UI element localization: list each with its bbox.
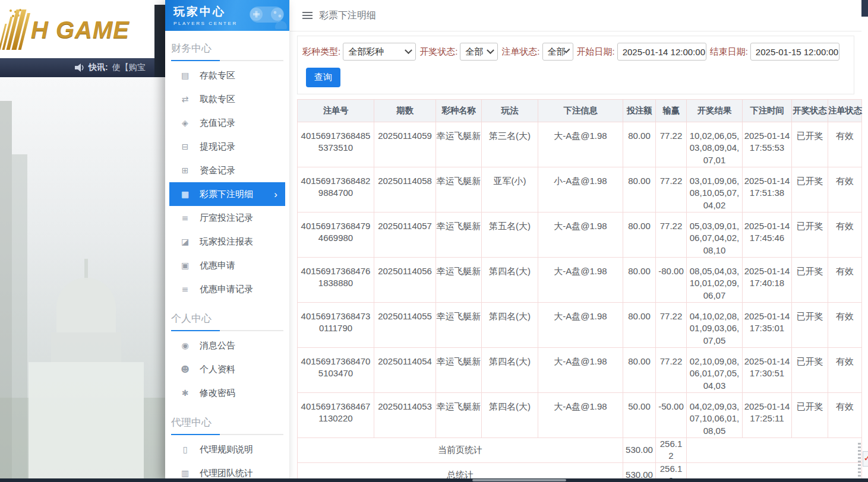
cell: 401569173684855373510 (298, 122, 374, 167)
cell: 大-A盘@1.98 (538, 348, 623, 393)
sidebar-item-label: 彩票下注明细 (200, 189, 253, 200)
cell: 77.22 (656, 122, 687, 167)
draw-status-select[interactable]: 全部 (460, 43, 498, 61)
cell: 04,10,02,08,01,09,03,06,07,05 (687, 303, 743, 348)
cell: 幸运飞艇新 (436, 167, 482, 213)
bell-icon: ◉ (180, 341, 190, 350)
sidebar-item-recharge-record[interactable]: ◈充值记录 (165, 111, 289, 135)
sidebar-item-lottery-bet-detail[interactable]: ▦彩票下注明细› (169, 182, 285, 206)
cell: 77.22 (656, 303, 687, 348)
sidebar-item-profile[interactable]: ☻个人资料 (165, 357, 289, 381)
cell: 80.00 (623, 258, 656, 303)
underlying-dark-strip (154, 5, 165, 77)
sidebar-item-withdraw-record[interactable]: ⊟提现记录 (165, 135, 289, 158)
lottery-type-select[interactable]: 全部彩种 (343, 43, 416, 61)
cell: 08,05,04,03,10,01,02,09,06,07 (687, 258, 743, 303)
sidebar-item-agent-rules[interactable]: ▯代理规则说明 (165, 437, 289, 461)
cell: 20250114055 (374, 303, 436, 348)
order-status-select[interactable]: 全部 (542, 43, 573, 61)
column-header: 输赢 (656, 100, 687, 122)
sidebar-item-label: 优惠申请 (200, 260, 235, 271)
cell: 大-A盘@1.98 (538, 393, 623, 438)
cell: 2025-01-14 17:55:53 (743, 122, 792, 167)
site-logo: H GAME (4, 8, 130, 51)
sidebar-item-withdraw-zone[interactable]: ⇄取款专区 (165, 87, 289, 111)
section-title: 个人中心 (171, 312, 289, 325)
cell: 401569173684761838880 (298, 258, 374, 303)
end-date-input[interactable]: 2025-01-15 12:00:00 (750, 43, 839, 61)
table-row: 40156917368479466998020250114057幸运飞艇新第五名… (298, 213, 862, 258)
column-header: 开奖状态 (792, 100, 828, 122)
cell: 已开奖 (792, 348, 828, 393)
search-button[interactable]: 查询 (306, 68, 340, 87)
table-row: 40156917368473011179020250114055幸运飞艇新第四名… (298, 303, 862, 348)
table-row: 40156917368467113022020250114053幸运飞艇新第四名… (298, 393, 862, 438)
person-icon: ☻ (180, 364, 190, 374)
section-divider (171, 330, 283, 331)
chevron-down-icon (405, 46, 412, 54)
sidebar-header: 玩家中心 PLAYERS CENTER (165, 0, 289, 31)
cell: 80.00 (623, 167, 656, 213)
filter-value: 2025-01-14 12:00:00 (623, 47, 705, 57)
menu-icon[interactable] (302, 12, 313, 19)
sidebar-item-label: 提现记录 (200, 141, 235, 153)
horizontal-scrollbar-thumb[interactable] (472, 479, 566, 481)
column-header: 开奖结果 (687, 100, 743, 122)
sidebar-item-player-bet-report[interactable]: ◪玩家投注报表 (165, 230, 289, 253)
cell: 10,02,06,05,03,08,09,04,07,01 (687, 122, 743, 167)
site-header-background: H GAME (0, 0, 165, 58)
cell: -80.00 (656, 258, 687, 303)
cell: 20250114056 (374, 258, 436, 303)
sidebar-item-hall-bet-record[interactable]: ≡厅室投注记录 (165, 206, 289, 230)
cell: 77.22 (656, 348, 687, 393)
filter-label-lottery-type: 彩种类型: (302, 46, 340, 58)
resize-handle-dots[interactable] (858, 443, 861, 477)
cell: 77.22 (656, 167, 687, 213)
withdraw-icon: ⇄ (180, 94, 190, 104)
section-divider (171, 60, 283, 61)
cell: 小-A盘@1.98 (538, 167, 623, 213)
background-city-image (0, 77, 165, 478)
check-icon[interactable]: ✓ (863, 451, 868, 467)
table-row: 40156917368485537351020250114059幸运飞艇新第三名… (298, 122, 862, 167)
sidebar-item-label: 个人资料 (200, 364, 235, 375)
capitol-base (29, 362, 144, 478)
cell: 05,03,09,01,06,07,04,02,08,10 (687, 213, 743, 258)
column-header: 期数 (374, 100, 436, 122)
cell: 401569173684705103470 (298, 348, 374, 393)
cell: 有效 (828, 213, 862, 258)
sidebar-item-notice[interactable]: ◉消息公告 (165, 334, 289, 357)
capitol-dome (56, 278, 116, 337)
cell: 2025-01-14 17:25:11 (743, 393, 792, 438)
document-icon: ▯ (180, 445, 190, 454)
sidebar-item-change-password[interactable]: ✱修改密码 (165, 381, 289, 405)
cell: 大-A盘@1.98 (538, 213, 623, 258)
filter-value: 2025-01-15 12:00:00 (756, 47, 838, 57)
chevron-right-icon: › (274, 189, 277, 199)
cell: 第五名(大) (482, 213, 538, 258)
cell: 80.00 (623, 122, 656, 167)
summary-label: 当前页统计 (298, 438, 623, 463)
sidebar-item-funds-record[interactable]: ⊞资金记录 (165, 158, 289, 182)
cell: 77.22 (656, 213, 687, 258)
cell: 80.00 (623, 303, 656, 348)
sidebar-item-label: 消息公告 (200, 340, 235, 351)
withdraw-record-icon: ⊟ (180, 142, 190, 151)
horizontal-scrollbar-track[interactable] (0, 478, 868, 482)
sidebar-item-promo-apply[interactable]: ▣优惠申请 (165, 253, 289, 277)
cell: 有效 (828, 348, 862, 393)
capitol-spire (84, 259, 88, 280)
summary-empty (687, 438, 862, 463)
cell: 幸运飞艇新 (436, 213, 482, 258)
cell: 20250114057 (374, 213, 436, 258)
start-date-input[interactable]: 2025-01-14 12:00:00 (617, 43, 706, 61)
cell: 第四名(大) (482, 393, 538, 438)
sidebar-item-label: 资金记录 (200, 165, 235, 176)
promo-apply-icon: ▣ (180, 261, 190, 270)
sidebar-item-promo-apply-record[interactable]: ≡优惠申请记录 (165, 277, 289, 301)
sidebar-item-deposit-zone[interactable]: ▤存款专区 (165, 64, 289, 87)
promo-apply-record-icon: ≡ (180, 284, 190, 294)
cell: 第四名(大) (482, 258, 538, 303)
cell: 大-A盘@1.98 (538, 303, 623, 348)
sidebar-item-label: 存款专区 (200, 70, 235, 81)
